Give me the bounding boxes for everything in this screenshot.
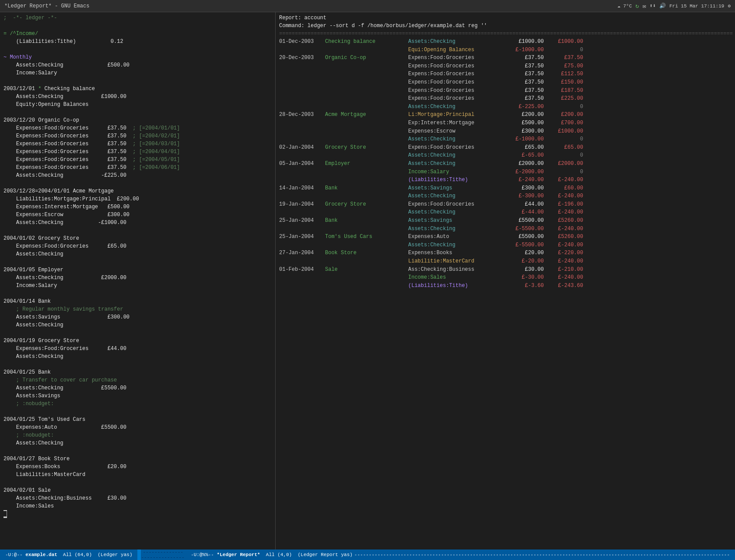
entry-account: Expenses:Books [408, 249, 504, 257]
entry-balance: £-220.00 [544, 249, 583, 257]
periodic-salary: Income:Salary [4, 70, 57, 76]
tx1-checking: Assets:Checking £1000.00 [4, 94, 126, 100]
report-row: 27-Jan-2004Book StoreExpenses:Books£20.0… [279, 249, 732, 257]
entry-amount: £-3.60 [504, 282, 544, 290]
entry-account: Assets:Checking [408, 192, 504, 200]
entry-account: Expens:Food:Groceries [408, 62, 504, 70]
tx6-header: 2004/01/14 Bank [4, 298, 51, 304]
tx9-auto: Expenses:Auto £5500.00 [4, 424, 126, 430]
entry-payee-empty [325, 208, 408, 217]
entry-account: Assets:Checking [408, 151, 504, 160]
entry-date-empty [279, 46, 325, 54]
tx6-savings: Assets:Savings £300.00 [4, 314, 130, 320]
entry-date-empty [279, 282, 325, 290]
entry-payee: Employer [325, 160, 408, 168]
entry-date: 25-Jan-2004 [279, 233, 325, 241]
settings-icon[interactable]: ⚙ [728, 3, 731, 9]
entry-balance: £1000.00 [544, 127, 583, 136]
entry-balance: £-210.00 [544, 266, 583, 274]
entry-balance: £112.50 [544, 70, 583, 78]
entry-amount: £500.00 [504, 119, 544, 127]
right-pane-content: Report: account Command: ledger --sort d… [276, 12, 735, 291]
entry-payee: Grocery Store [325, 144, 408, 152]
entry-amount: £-300.00 [504, 192, 544, 200]
entry-balance: £150.00 [544, 78, 583, 87]
editor-area: ; -*- ledger -*- = /^Income/ (Liabilitie… [0, 12, 735, 550]
tx7-checking: Assets:Checking [4, 354, 63, 360]
entry-amount: £44.00 [504, 200, 544, 209]
entry-payee-empty [325, 225, 408, 233]
tx6-comment: ; Regular monthly savings transfer [4, 306, 123, 312]
entry-date-empty [279, 119, 325, 127]
entry-date: 05-Jan-2004 [279, 160, 325, 168]
entry-amount: £-225.00 [504, 103, 544, 111]
tx1-header: 2003/12/01 * Checking balance [4, 86, 95, 92]
report-row: 02-Jan-2004Grocery StoreExpens:Food:Groc… [279, 144, 732, 152]
report-row: Liabilitie:MasterCard£-20.00£-240.00 [279, 257, 732, 266]
tx9-checking: Assets:Checking [4, 440, 63, 446]
tx5-header: 2004/01/05 Employer [4, 267, 63, 273]
entry-amount: £1000.00 [504, 38, 544, 46]
entry-balance: £65.00 [544, 144, 583, 152]
tx2-groc2: Expenses:Food:Groceries £37.50 ; [=2004/… [4, 133, 180, 139]
report-row: 20-Dec-2003Organic Co-opExpens:Food:Groc… [279, 54, 732, 62]
report-row: Expenses:Escrow£300.00£1000.00 [279, 127, 732, 136]
entry-date: 25-Jan-2004 [279, 217, 325, 225]
tithe-account: (Liabilities:Tithe) 0.12 [4, 38, 123, 45]
entry-account: Assets:Checking [408, 135, 504, 144]
entry-payee-empty [325, 273, 408, 282]
tx2-header: 2003/12/20 Organic Co-op [4, 117, 79, 123]
statusbar-fill-right: ----------------------------------------… [353, 552, 730, 557]
entry-amount: £-30.00 [504, 273, 544, 282]
left-editor[interactable]: ; -*- ledger -*- = /^Income/ (Liabilitie… [4, 14, 272, 518]
report-divider: ========================================… [279, 31, 733, 37]
entry-amount: £-20.00 [504, 257, 544, 266]
entry-payee-empty [325, 176, 408, 184]
tx3-interest: Expenses:Interest:Mortgage £500.00 [4, 204, 130, 210]
entry-payee-empty [325, 241, 408, 249]
comment-shebang: ; -*- ledger -*- [4, 15, 57, 21]
entry-date-empty [279, 257, 325, 266]
entry-balance: 0 [544, 151, 583, 160]
entry-date-empty [279, 103, 325, 111]
entry-account: Expenses:Escrow [408, 127, 504, 136]
entry-date-empty [279, 78, 325, 87]
report-row: (Liabilities:Tithe)£-240.00£-240.00 [279, 176, 732, 184]
left-pane-content: ; -*- ledger -*- = /^Income/ (Liabilitie… [0, 12, 275, 520]
entry-date-empty [279, 127, 325, 136]
entry-balance: £75.00 [544, 62, 583, 70]
entry-amount: £65.00 [504, 144, 544, 152]
entry-balance: £-196.00 [544, 200, 583, 209]
entry-payee: Checking balance [325, 38, 408, 46]
entry-balance: £5260.00 [544, 233, 583, 241]
entry-date-empty [279, 87, 325, 95]
tx2-checking: Assets:Checking -£225.00 [4, 172, 126, 178]
tx2-groc3: Expenses:Food:Groceries £37.50 ; [=2004/… [4, 141, 180, 147]
report-row: 14-Jan-2004BankAssets:Savings£300.00£60.… [279, 184, 732, 192]
entry-payee: Bank [325, 184, 408, 192]
entry-balance: £225.00 [544, 94, 583, 103]
entry-amount: £37.50 [504, 78, 544, 87]
entry-payee: Grocery Store [325, 200, 408, 209]
entry-amount: £200.00 [504, 111, 544, 119]
entry-amount: £30.00 [504, 266, 544, 274]
tx8-comment: ; Transfer to cover car purchase [4, 377, 117, 383]
report-row: 05-Jan-2004EmployerAssets:Checking£2000.… [279, 160, 732, 168]
entry-payee-empty [325, 192, 408, 200]
entry-amount: £-2000.00 [504, 168, 544, 176]
status-position-left: All (64,0) [63, 552, 92, 557]
entry-balance: 0 [544, 46, 583, 54]
tx8-checking: Assets:Checking £5500.00 [4, 385, 126, 391]
entry-payee-empty [325, 168, 408, 176]
status-mode-left: -U:@-- [5, 552, 23, 557]
entry-amount: £20.00 [504, 249, 544, 257]
entry-amount: £300.00 [504, 127, 544, 136]
refresh-icon: ↻ [635, 2, 639, 10]
titlebar-title: *Ledger Report* - GNU Emacs [4, 3, 89, 9]
tx4-header: 2004/01/02 Grocery Store [4, 235, 79, 242]
status-mode-right: -U:@%%-- [191, 552, 214, 557]
tx9-nobudget: ; :nobudget: [4, 432, 54, 438]
entry-payee: Acme Mortgage [325, 111, 408, 119]
entry-account: Equi:Opening Balances [408, 46, 504, 54]
tx3-mortgage: Liabilities:Mortgage:Principal £200.00 [4, 196, 139, 202]
